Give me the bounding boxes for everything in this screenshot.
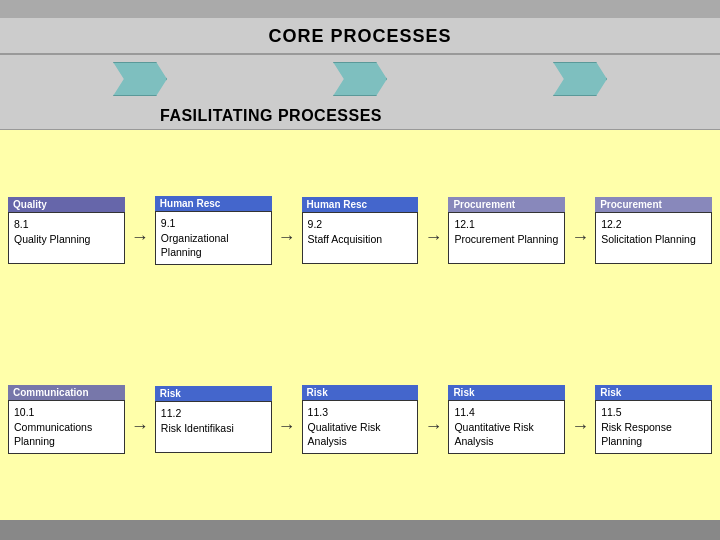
label-risk-4: Risk <box>595 385 712 400</box>
group-procurement-2: Procurement 12.2 Solicitation Planning <box>595 197 712 264</box>
arrow-r1-3: → <box>422 227 444 248</box>
label-human-1: Human Resc <box>155 196 272 211</box>
group-risk-4: Risk 11.5 Risk Response Planning <box>595 385 712 454</box>
label-procurement-2: Procurement <box>595 197 712 212</box>
top-bar <box>0 0 720 18</box>
content-area: Quality 8.1 Quality Planning → Human Res… <box>0 130 720 520</box>
group-human-resc-2: Human Resc 9.2 Staff Acquisition <box>302 197 419 264</box>
label-quality: Quality <box>8 197 125 212</box>
arrow-icon-2 <box>333 62 387 96</box>
box-human-1: 9.1 Organizational Planning <box>155 211 272 265</box>
box-procurement-2: 12.2 Solicitation Planning <box>595 212 712 264</box>
box-risk-4: 11.5 Risk Response Planning <box>595 400 712 454</box>
group-risk-1: Risk 11.2 Risk Identifikasi <box>155 386 272 453</box>
box-procurement-1: 12.1 Procurement Planning <box>448 212 565 264</box>
group-risk-2: Risk 11.3 Qualitative Risk Analysis <box>302 385 419 454</box>
label-risk-3: Risk <box>448 385 565 400</box>
arrow-r2-1: → <box>129 416 151 437</box>
group-procurement-1: Procurement 12.1 Procurement Planning <box>448 197 565 264</box>
box-risk-3: 11.4 Quantitative Risk Analysis <box>448 400 565 454</box>
label-risk-2: Risk <box>302 385 419 400</box>
main-container: CORE PROCESSES FASILITATING PROCESSES Qu… <box>0 0 720 540</box>
label-communication: Communication <box>8 385 125 400</box>
group-human-resc-1: Human Resc 9.1 Organizational Planning <box>155 196 272 265</box>
arrow-row <box>0 55 720 103</box>
label-risk-1: Risk <box>155 386 272 401</box>
arrow-r1-4: → <box>569 227 591 248</box>
arrow-r2-2: → <box>276 416 298 437</box>
arrow-icon-3 <box>553 62 607 96</box>
label-human-2: Human Resc <box>302 197 419 212</box>
group-quality: Quality 8.1 Quality Planning <box>8 197 125 264</box>
arrow-icon-1 <box>113 62 167 96</box>
arrow-r1-1: → <box>129 227 151 248</box>
label-procurement-1: Procurement <box>448 197 565 212</box>
arrow-r1-2: → <box>276 227 298 248</box>
core-title: CORE PROCESSES <box>268 26 451 46</box>
arrow-r2-3: → <box>422 416 444 437</box>
facilitating-header: FASILITATING PROCESSES <box>0 103 720 130</box>
box-communication: 10.1 Communications Planning <box>8 400 125 454</box>
box-risk-2: 11.3 Qualitative Risk Analysis <box>302 400 419 454</box>
box-risk-1: 11.2 Risk Identifikasi <box>155 401 272 453</box>
group-risk-3: Risk 11.4 Quantitative Risk Analysis <box>448 385 565 454</box>
bottom-bar <box>0 520 720 540</box>
box-human-2: 9.2 Staff Acquisition <box>302 212 419 264</box>
facilitating-title: FASILITATING PROCESSES <box>160 107 382 124</box>
arrow-r2-4: → <box>569 416 591 437</box>
process-row-1: Quality 8.1 Quality Planning → Human Res… <box>8 140 712 321</box>
core-processes-header: CORE PROCESSES <box>0 18 720 55</box>
process-row-2: Communication 10.1 Communications Planni… <box>8 329 712 510</box>
group-communication: Communication 10.1 Communications Planni… <box>8 385 125 454</box>
box-quality: 8.1 Quality Planning <box>8 212 125 264</box>
